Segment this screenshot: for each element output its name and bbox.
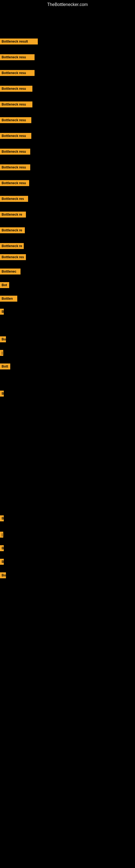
bar-label: Bot: [0, 282, 9, 288]
bar-label: Bottleneck resu: [0, 149, 30, 155]
bar-label: |: [0, 532, 3, 538]
bar-label: Bottlenec: [0, 269, 20, 275]
bar-label: B: [0, 545, 4, 551]
bar-label: Bottleneck resu: [0, 180, 29, 186]
bottleneck-bar: Bottleneck resu: [0, 117, 31, 123]
bottleneck-bar: Bottleneck resu: [0, 54, 35, 60]
bar-label: Bottleneck resu: [0, 164, 30, 170]
bottleneck-bar: Bottleneck re: [0, 227, 25, 233]
bottleneck-bar: Bottleneck res: [0, 254, 26, 260]
bottleneck-bar: Bottleneck resu: [0, 70, 35, 76]
bottleneck-bar: |: [0, 532, 3, 538]
bar-label: Bottleneck resu: [0, 133, 31, 139]
bottleneck-bar: Bott: [0, 364, 10, 369]
bottleneck-bar: B: [0, 391, 4, 397]
bar-label: |: [0, 350, 3, 356]
bottleneck-bar: B: [0, 559, 4, 565]
bottleneck-bar: B: [0, 309, 4, 315]
bar-label: B: [0, 391, 4, 397]
bottleneck-bar: Bottleneck re: [0, 212, 26, 218]
bottleneck-bar: Bottleneck resu: [0, 164, 30, 170]
bar-label: B: [0, 559, 4, 565]
bottleneck-bar: Bottleneck re: [0, 243, 24, 249]
bar-label: Bottleneck result: [0, 38, 38, 44]
bottleneck-bar: Bot: [0, 282, 9, 288]
bar-label: Bottleneck resu: [0, 117, 31, 123]
bottleneck-bar: B: [0, 545, 4, 551]
bar-label: Bottleneck re: [0, 243, 24, 249]
bar-label: Bottleneck re: [0, 227, 25, 233]
bottleneck-bar: Bottleneck resu: [0, 133, 31, 139]
bottleneck-bar: |: [0, 350, 3, 356]
bar-label: Bottleneck resu: [0, 70, 35, 76]
bottleneck-bar: Bottlen: [0, 296, 17, 302]
bottleneck-bar: Bottleneck res: [0, 196, 28, 202]
bottleneck-bar: Bo: [0, 572, 6, 578]
bottleneck-bar: Bottleneck resu: [0, 180, 29, 186]
bar-label: Bott: [0, 364, 10, 369]
bottleneck-bar: Bottleneck resu: [0, 86, 32, 92]
bar-label: Bottleneck resu: [0, 86, 32, 92]
bar-label: Bottleneck res: [0, 196, 28, 202]
bar-label: Bo: [0, 572, 6, 578]
bottleneck-bar: Bo: [0, 336, 6, 342]
bottleneck-bar: Bottleneck resu: [0, 101, 32, 107]
bottleneck-bar: Bottleneck resu: [0, 149, 30, 155]
bottleneck-bar: B: [0, 516, 4, 521]
bottleneck-bar: Bottleneck result: [0, 38, 38, 44]
bar-label: Bottlen: [0, 296, 17, 302]
bar-label: Bottleneck res: [0, 254, 26, 260]
bottleneck-bar: Bottlenec: [0, 269, 20, 275]
bar-label: B: [0, 516, 4, 521]
bar-label: B: [0, 309, 4, 315]
bar-label: Bottleneck resu: [0, 54, 35, 60]
site-title: TheBottlenecker.com: [0, 0, 135, 8]
bar-label: Bottleneck re: [0, 212, 26, 218]
bar-label: Bo: [0, 336, 6, 342]
bar-label: Bottleneck resu: [0, 101, 32, 107]
